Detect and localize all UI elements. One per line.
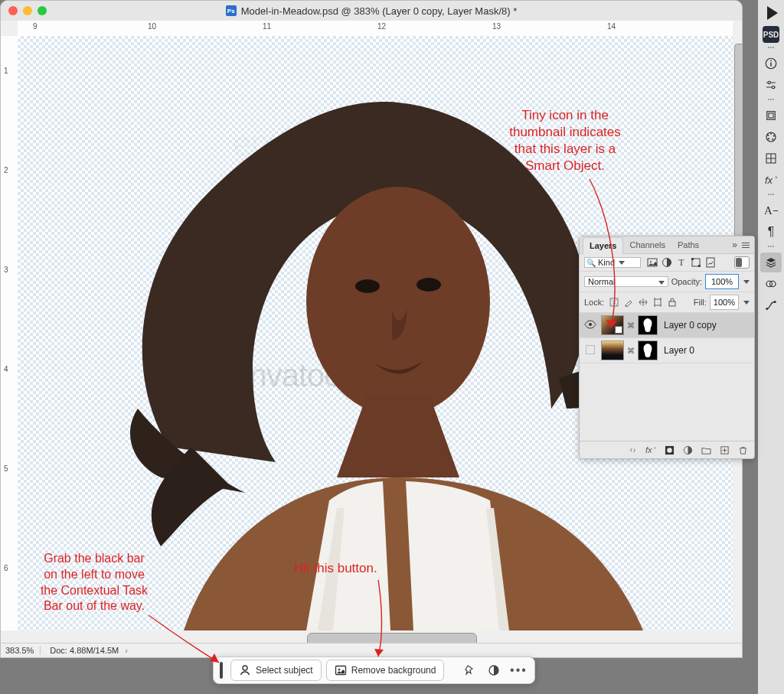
window-close-button[interactable]: [8, 6, 18, 15]
horizontal-scrollbar[interactable]: [1, 630, 742, 643]
svg-point-7: [772, 86, 774, 88]
contextual-task-bar[interactable]: Select subject Remove background •••: [213, 657, 535, 684]
mask-link-icon[interactable]: ⌘: [627, 347, 635, 355]
photoshop-app-icon[interactable]: PSD: [763, 26, 779, 43]
layer-name[interactable]: Layer 0 copy: [661, 320, 717, 331]
mask-link-icon[interactable]: ⌘: [627, 321, 635, 330]
add-adjustment-icon[interactable]: [682, 445, 693, 455]
layer-mask-thumbnail[interactable]: [638, 340, 658, 360]
svg-point-11: [770, 132, 772, 134]
layer-thumbnail[interactable]: [601, 315, 624, 335]
svg-point-33: [667, 448, 672, 453]
svg-point-38: [338, 669, 340, 671]
fill-value[interactable]: 100%: [710, 295, 739, 310]
tab-layers[interactable]: Layers: [583, 237, 623, 254]
filter-pixel-icon[interactable]: [647, 257, 658, 268]
fx-icon[interactable]: fx˅: [645, 445, 656, 455]
blend-mode-select[interactable]: Normal: [584, 276, 668, 287]
zoom-level[interactable]: 383.5%: [5, 646, 41, 655]
window-titlebar[interactable]: Ps Model-in-Meadow.psd @ 383% (Layer 0 c…: [1, 1, 742, 21]
svg-rect-26: [698, 265, 701, 267]
layer-list[interactable]: ⌘ Layer 0 copy ⌘ Layer 0: [580, 313, 754, 441]
grid-panel-icon[interactable]: [760, 148, 782, 168]
pin-icon[interactable]: [459, 660, 479, 680]
layer-item[interactable]: ⌘ Layer 0 copy: [580, 313, 754, 338]
channels-panel-icon[interactable]: [760, 274, 782, 294]
window-minimize-button[interactable]: [23, 6, 32, 15]
blend-mode-value: Normal: [588, 277, 615, 286]
visibility-toggle-icon[interactable]: [583, 345, 598, 356]
filter-adjustment-icon[interactable]: [662, 257, 672, 268]
ruler-horizontal[interactable]: 9 10 11 12 13 14: [18, 21, 733, 37]
tab-channels[interactable]: Channels: [623, 237, 671, 253]
delete-layer-icon[interactable]: [737, 445, 748, 455]
lock-position-icon[interactable]: [638, 297, 648, 308]
annotation-smart-object: Tiny icon in the thumbnail indicates tha…: [488, 107, 642, 174]
ruler-tick: 9: [33, 22, 38, 31]
psd-file-icon: Ps: [226, 5, 237, 16]
lock-artboard-icon[interactable]: [652, 297, 663, 308]
link-layers-icon[interactable]: [627, 445, 638, 455]
filter-smart-icon[interactable]: [705, 257, 716, 268]
remove-background-button[interactable]: Remove background: [326, 660, 445, 681]
paths-panel-icon[interactable]: [760, 295, 782, 315]
ruler-tick: 6: [4, 564, 8, 572]
filter-toggle[interactable]: [734, 256, 750, 269]
new-layer-icon[interactable]: [719, 445, 730, 455]
add-mask-icon[interactable]: [664, 445, 675, 455]
panel-menu-icon[interactable]: [742, 243, 750, 248]
libraries-panel-icon[interactable]: [760, 106, 782, 125]
svg-point-13: [772, 138, 773, 140]
adjustments-panel-icon[interactable]: [760, 75, 782, 95]
svg-point-14: [768, 138, 769, 139]
status-bar: 383.5% Doc: 4.88M/14.5M ›: [1, 643, 742, 657]
layer-kind-filter[interactable]: 🔍 Kind: [584, 257, 641, 268]
svg-point-20: [774, 301, 776, 303]
window-maximize-button[interactable]: [38, 6, 47, 15]
filter-type-icon[interactable]: T: [676, 257, 687, 268]
search-icon: 🔍: [586, 259, 596, 267]
tab-paths[interactable]: Paths: [671, 237, 705, 253]
layer-name[interactable]: Layer 0: [661, 345, 694, 356]
new-group-icon[interactable]: [701, 445, 711, 455]
layer-thumbnail[interactable]: [601, 340, 624, 360]
svg-rect-8: [767, 112, 776, 120]
swatches-panel-icon[interactable]: [760, 127, 782, 147]
select-subject-button[interactable]: Select subject: [230, 660, 322, 681]
play-icon[interactable]: [767, 6, 778, 20]
visibility-toggle-icon[interactable]: [583, 320, 598, 331]
ruler-tick: 11: [263, 22, 271, 31]
contrast-icon[interactable]: [484, 660, 504, 680]
info-panel-icon[interactable]: [760, 54, 782, 73]
opacity-value[interactable]: 100%: [705, 274, 739, 289]
layers-panel[interactable]: Layers Channels Paths » 🔍 Kind T Normal …: [579, 236, 755, 459]
svg-point-0: [306, 187, 490, 416]
dock-separator: [763, 99, 779, 102]
status-more-chevron[interactable]: ›: [125, 646, 128, 655]
window-controls: [8, 6, 47, 15]
chevron-down-icon: [619, 261, 625, 265]
ruler-tick: 12: [377, 22, 386, 31]
filter-shape-icon[interactable]: [691, 257, 701, 268]
chevron-down-icon[interactable]: [743, 301, 750, 305]
layer-item[interactable]: ⌘ Layer 0: [580, 338, 754, 363]
task-bar-drag-handle[interactable]: [220, 662, 223, 679]
chevron-down-icon[interactable]: [743, 280, 750, 284]
lock-all-icon[interactable]: [667, 297, 678, 308]
ruler-vertical[interactable]: 1 2 3 4 5 6: [1, 36, 18, 630]
svg-rect-25: [691, 258, 694, 260]
styles-panel-icon[interactable]: fx˅: [760, 170, 782, 190]
layers-panel-icon[interactable]: [760, 253, 782, 272]
ruler-tick: 4: [4, 365, 8, 373]
svg-rect-29: [655, 299, 661, 305]
lock-transparency-icon[interactable]: [609, 297, 619, 308]
paragraph-panel-icon[interactable]: ¶: [760, 222, 782, 242]
svg-rect-5: [770, 60, 772, 62]
more-options-icon[interactable]: •••: [508, 660, 528, 680]
layer-mask-thumbnail[interactable]: [638, 315, 658, 335]
lock-paint-icon[interactable]: [623, 297, 634, 308]
panel-collapse-icon[interactable]: »: [732, 239, 754, 250]
document-size[interactable]: Doc: 4.88M/14.5M: [50, 646, 119, 655]
layers-panel-footer: fx˅: [580, 441, 754, 458]
character-panel-icon[interactable]: A: [760, 200, 782, 220]
